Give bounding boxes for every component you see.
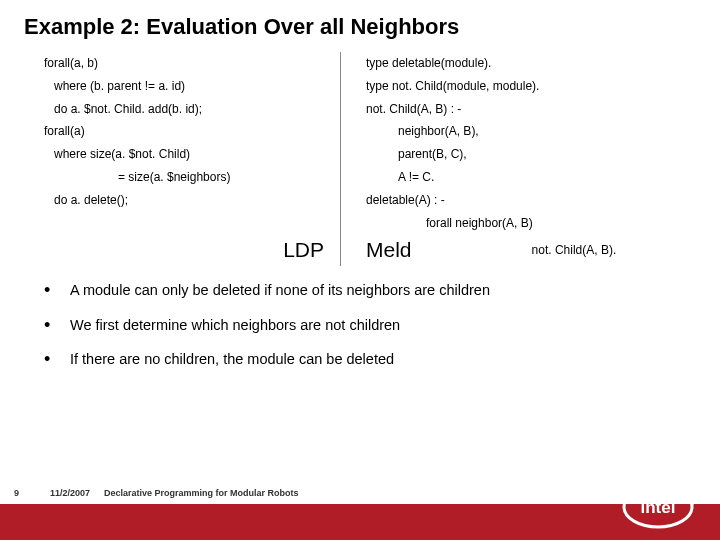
code-line: forall neighbor(A, B) <box>366 212 688 235</box>
language-labels-row: LDP Meld not. Child(A, B). <box>44 238 688 262</box>
footer-bar <box>0 504 720 540</box>
content-area: forall(a, b) where (b. parent != a. id) … <box>0 48 720 262</box>
code-line: not. Child(A, B). <box>412 243 617 257</box>
code-line: A != C. <box>366 166 688 189</box>
ldp-code-block: forall(a, b) where (b. parent != a. id) … <box>44 52 346 234</box>
slide-number: 9 <box>14 482 19 504</box>
code-line: where (b. parent != a. id) <box>44 75 346 98</box>
code-line: not. Child(A, B) : - <box>366 98 688 121</box>
code-line: do a. delete(); <box>44 189 346 212</box>
meld-code-block: type deletable(module). type not. Child(… <box>346 52 688 234</box>
footer-date: 11/2/2007 <box>50 488 90 498</box>
ldp-label: LDP <box>44 238 346 262</box>
code-line: type deletable(module). <box>366 52 688 75</box>
slide-title: Example 2: Evaluation Over all Neighbors <box>0 0 720 48</box>
code-line: = size(a. $neighbors) <box>44 166 346 189</box>
code-line: neighbor(A, B), <box>366 120 688 143</box>
footer-subtitle: Declarative Programming for Modular Robo… <box>104 488 299 498</box>
bullet-list: A module can only be deleted if none of … <box>0 262 720 369</box>
code-line: parent(B, C), <box>366 143 688 166</box>
meld-label: Meld <box>346 238 412 262</box>
footer-text: 11/2/2007 Declarative Programming for Mo… <box>50 482 299 504</box>
code-line: forall(a) <box>44 120 346 143</box>
code-line: do a. $not. Child. add(b. id); <box>44 98 346 121</box>
bullet-item: A module can only be deleted if none of … <box>70 280 680 300</box>
bullet-item: If there are no children, the module can… <box>70 349 680 369</box>
code-columns: forall(a, b) where (b. parent != a. id) … <box>44 52 688 234</box>
intel-logo: intel <box>622 472 710 534</box>
svg-text:intel: intel <box>641 498 676 517</box>
code-line: forall(a, b) <box>44 52 346 75</box>
code-line: where size(a. $not. Child) <box>44 143 346 166</box>
code-line: deletable(A) : - <box>366 189 688 212</box>
code-line: type not. Child(module, module). <box>366 75 688 98</box>
bullet-item: We first determine which neighbors are n… <box>70 315 680 335</box>
